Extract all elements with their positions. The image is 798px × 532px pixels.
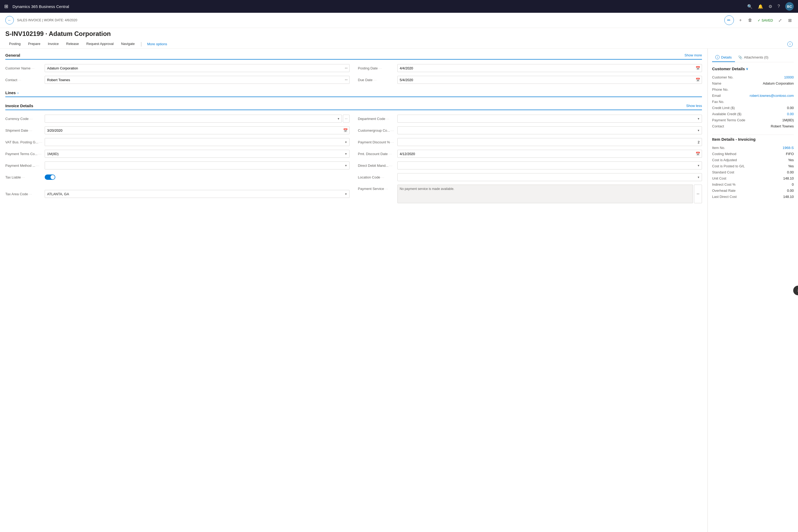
saved-indicator: ✓ SAVED — [758, 18, 773, 22]
customer-name-field: Customer Name ··· ··· — [5, 64, 349, 72]
detail-row-contact: Contact Robert Townes — [712, 123, 794, 129]
pmt-discount-date-label: Pmt. Discount Date ··· — [358, 152, 395, 156]
posting-date-field: Posting Date ··· 📅 — [358, 64, 702, 72]
tax-area-select[interactable]: ATLANTA, GA — [45, 190, 349, 198]
customer-details-chevron-icon[interactable]: ∨ — [746, 67, 748, 71]
currency-code-select[interactable] — [45, 115, 342, 122]
settings-icon[interactable]: ⚙ — [768, 4, 772, 9]
payment-terms-field: Payment Terms Co... ··· 1M(8D) ▼ — [5, 150, 349, 158]
detail-row-available-credit: Available Credit ($) 0.00 — [712, 111, 794, 117]
tab-posting[interactable]: Posting — [5, 40, 24, 49]
topbar-icons: 🔍 🔔 ⚙ ? BC — [747, 2, 794, 11]
payment-service-label: Payment Service ··· — [358, 187, 395, 191]
tax-area-field: Tax Area Code ··· ATLANTA, GA ▼ — [5, 185, 349, 203]
tab-info-icon[interactable]: i — [787, 41, 793, 47]
customer-name-dots-button[interactable]: ··· — [343, 66, 349, 70]
search-icon[interactable]: 🔍 — [747, 4, 753, 9]
expand-button[interactable]: ⤢ — [777, 17, 783, 24]
currency-code-dots-button[interactable]: ··· — [343, 115, 349, 122]
info-circle-icon[interactable]: i — [787, 41, 793, 47]
customer-name-input[interactable] — [45, 66, 343, 70]
detail-row-phone: Phone No. — [712, 87, 794, 93]
shipment-date-input[interactable] — [45, 129, 342, 132]
tab-details[interactable]: i Details — [712, 53, 735, 62]
location-code-select[interactable] — [397, 173, 702, 181]
due-date-input[interactable] — [398, 78, 694, 82]
add-button[interactable]: + — [738, 17, 743, 24]
tab-attachments[interactable]: 📎 Attachments (0) — [735, 53, 772, 62]
tab-more-options[interactable]: More options — [147, 42, 167, 46]
tab-navigate[interactable]: Navigate — [117, 40, 138, 49]
avatar[interactable]: BC — [785, 2, 794, 11]
invoice-details-header: Invoice Details Show less — [5, 103, 702, 110]
detail-row-email: Email robert.townes@contoso.com — [712, 93, 794, 99]
contact-input[interactable] — [45, 78, 343, 82]
credit-limit-value: 0.00 — [787, 106, 794, 110]
shipment-date-calendar-icon[interactable]: 📅 — [342, 128, 349, 132]
waffle-icon[interactable]: ⊞ — [4, 3, 8, 9]
credit-limit-label: Credit Limit ($) — [712, 106, 735, 110]
page-title: S-INV102199 · Adatum Corporation — [0, 28, 798, 38]
customer-no-value[interactable]: 10000 — [784, 75, 794, 79]
tab-release[interactable]: Release — [62, 40, 83, 49]
left-panel: General Show more Customer Name ··· ··· — [0, 49, 707, 532]
vat-bus-select[interactable] — [45, 138, 349, 146]
department-code-select[interactable] — [397, 115, 702, 122]
lines-arrow-icon: › — [17, 91, 19, 95]
tab-prepare[interactable]: Prepare — [24, 40, 44, 49]
email-value[interactable]: robert.townes@contoso.com — [749, 94, 794, 98]
direct-debit-select[interactable] — [397, 162, 702, 169]
back-button[interactable]: ← — [5, 16, 14, 24]
payment-service-dots-button[interactable]: ··· — [694, 185, 702, 203]
help-icon[interactable]: ? — [778, 4, 780, 9]
payment-terms-select[interactable]: 1M(8D) — [45, 150, 349, 158]
department-code-field: Department Code ··· ▼ — [358, 114, 702, 123]
customergroup-select[interactable] — [397, 126, 702, 134]
pmt-discount-date-input[interactable] — [398, 152, 694, 156]
last-direct-cost-label: Last Direct Cost — [712, 195, 737, 199]
payment-method-select[interactable] — [45, 162, 349, 169]
currency-code-select-wrapper: ▼ ··· — [45, 115, 349, 122]
phone-label: Phone No. — [712, 88, 728, 92]
location-code-field: Location Code ··· ▼ — [358, 173, 702, 182]
show-less-button[interactable]: Show less — [686, 104, 702, 108]
detail-row-last-direct-cost: Last Direct Cost 148.10 — [712, 194, 794, 200]
item-details-title: Item Details - Invoicing — [712, 137, 794, 141]
tab-request-approval[interactable]: Request Approval — [83, 40, 118, 49]
currency-code-field: Currency Code ··· ▼ ··· — [5, 114, 349, 123]
indirect-cost-value: 0 — [792, 183, 794, 187]
lines-header[interactable]: Lines › — [5, 91, 702, 97]
delete-button[interactable]: 🗑 — [747, 17, 753, 24]
item-no-label: Item No. — [712, 146, 725, 150]
item-details-section: Item Details - Invoicing Item No. 1968-S… — [712, 137, 794, 200]
standard-cost-value: 0.00 — [787, 170, 794, 174]
tab-invoice[interactable]: Invoice — [44, 40, 62, 49]
main-layout: General Show more Customer Name ··· ··· — [0, 49, 798, 532]
payment-discount-input[interactable] — [398, 140, 702, 144]
notification-icon[interactable]: 🔔 — [758, 4, 763, 9]
detail-row-payment-terms-code: Payment Terms Code 1M(8D) — [712, 117, 794, 123]
pmt-discount-date-calendar-icon[interactable]: 📅 — [694, 152, 702, 156]
posting-date-calendar-icon[interactable]: 📅 — [694, 66, 702, 70]
item-no-value[interactable]: 1968-S — [783, 146, 794, 150]
available-credit-value[interactable]: 0.00 — [787, 112, 794, 116]
overhead-rate-label: Overhead Rate — [712, 189, 736, 193]
payment-discount-field: Payment Discount % ··· — [358, 138, 702, 146]
shipment-date-input-wrapper: 📅 — [45, 126, 349, 134]
general-title: General — [5, 53, 20, 57]
show-more-button[interactable]: Show more — [684, 53, 702, 57]
edit-button[interactable]: ✏ — [724, 15, 734, 25]
scroll-right-button[interactable]: › — [793, 286, 798, 295]
subheader: ← SALES INVOICE | WORK DATE: 4/6/2020 ✏ … — [0, 13, 798, 28]
contact-dots-button[interactable]: ··· — [343, 78, 349, 82]
tax-liable-toggle[interactable] — [45, 174, 55, 180]
payment-terms-label: Payment Terms Co... ··· — [5, 152, 42, 156]
shipment-date-label: Shipment Date ··· — [5, 129, 42, 132]
detail-row-unit-cost: Unit Cost 148.10 — [712, 175, 794, 182]
detail-row-customer-no: Customer No. 10000 — [712, 74, 794, 80]
due-date-calendar-icon[interactable]: 📅 — [694, 78, 702, 82]
detail-row-standard-cost: Standard Cost 0.00 — [712, 169, 794, 175]
direct-debit-field: Direct Debit Mand... ··· ▼ — [358, 161, 702, 170]
posting-date-input[interactable] — [398, 66, 694, 70]
collapse-button[interactable]: ⊠ — [787, 17, 793, 24]
